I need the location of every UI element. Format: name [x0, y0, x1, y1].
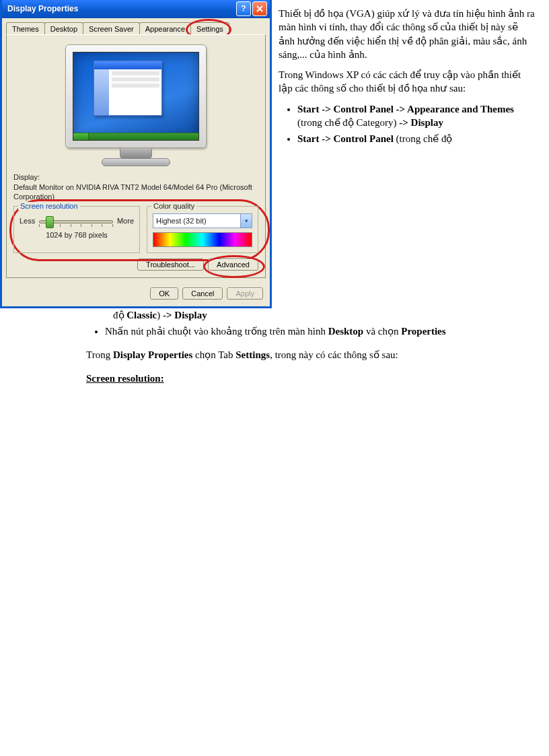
slider-less-label: Less	[20, 217, 35, 225]
tabstrip: Themes Desktop Screen Saver Appearance S…	[2, 18, 270, 34]
color-quality-select[interactable]: Highest (32 bit) ▾	[153, 213, 252, 228]
slider-more-label: More	[117, 217, 134, 225]
cancel-button[interactable]: Cancel	[182, 287, 223, 300]
paragraph: Trong Display Properties chọn Tab Settin…	[86, 348, 536, 362]
resolution-value: 1024 by 768 pixels	[20, 231, 134, 239]
dialog-button-row: OK Cancel Apply	[2, 282, 270, 306]
settings-panel: Display: Default Monitor on NVIDIA RIVA …	[6, 34, 266, 278]
access-list-cont: Nhấn nút phải chuột vào khoảng trống trê…	[86, 324, 536, 338]
apply-button[interactable]: Apply	[227, 287, 263, 300]
color-quality-group: Color quality Highest (32 bit) ▾	[147, 206, 258, 253]
doc-body: độ Classic) -> Display Nhấn nút phải chu…	[0, 308, 549, 386]
tab-settings[interactable]: Settings	[190, 22, 229, 34]
display-label: Display:	[13, 173, 258, 181]
list-continuation: độ Classic) -> Display	[113, 308, 536, 322]
chevron-down-icon: ▾	[240, 214, 252, 228]
titlebar[interactable]: Display Properties ?	[2, 0, 270, 18]
display-value: Default Monitor on NVIDIA RIVA TNT2 Mode…	[13, 182, 258, 202]
help-button[interactable]: ?	[236, 1, 251, 16]
tab-appearance[interactable]: Appearance	[139, 22, 191, 34]
tab-desktop[interactable]: Desktop	[44, 22, 83, 34]
close-icon	[256, 5, 263, 12]
select-value: Highest (32 bit)	[153, 217, 240, 225]
doc-right-column: Thiết bị đồ họa (VGA) giúp xứ lý và đưa …	[272, 0, 549, 151]
paragraph: Thiết bị đồ họa (VGA) giúp xứ lý và đưa …	[279, 7, 536, 61]
list-item: Start -> Control Panel -> Appearance and…	[297, 102, 536, 130]
group-title: Color quality	[151, 202, 196, 210]
group-title: Screen resolution	[18, 202, 80, 210]
list-item: Start -> Control Panel (trong chế độ	[297, 132, 536, 145]
monitor-screen-icon	[73, 52, 199, 141]
list-item: Nhấn nút phải chuột vào khoảng trống trê…	[105, 324, 536, 338]
paragraph: Trong Windows XP có các cách để truy cập…	[279, 68, 536, 96]
troubleshoot-button[interactable]: Troubleshoot...	[137, 259, 204, 271]
ok-button[interactable]: OK	[150, 287, 178, 300]
tab-screen-saver[interactable]: Screen Saver	[83, 22, 140, 34]
display-properties-dialog: Display Properties ? Themes Desktop Scre…	[0, 0, 272, 308]
resolution-slider[interactable]: Less More	[20, 215, 134, 227]
screen-resolution-group: Screen resolution Less More 1024 b	[13, 206, 140, 253]
access-list: Start -> Control Panel -> Appearance and…	[279, 102, 536, 146]
window-title: Display Properties	[7, 4, 235, 13]
section-heading: Screen resolution:	[86, 372, 536, 385]
color-spectrum-icon	[153, 232, 252, 247]
advanced-button[interactable]: Advanced	[208, 259, 258, 271]
tab-themes[interactable]: Themes	[6, 22, 45, 34]
close-button[interactable]	[252, 1, 267, 16]
monitor-preview	[13, 40, 258, 172]
